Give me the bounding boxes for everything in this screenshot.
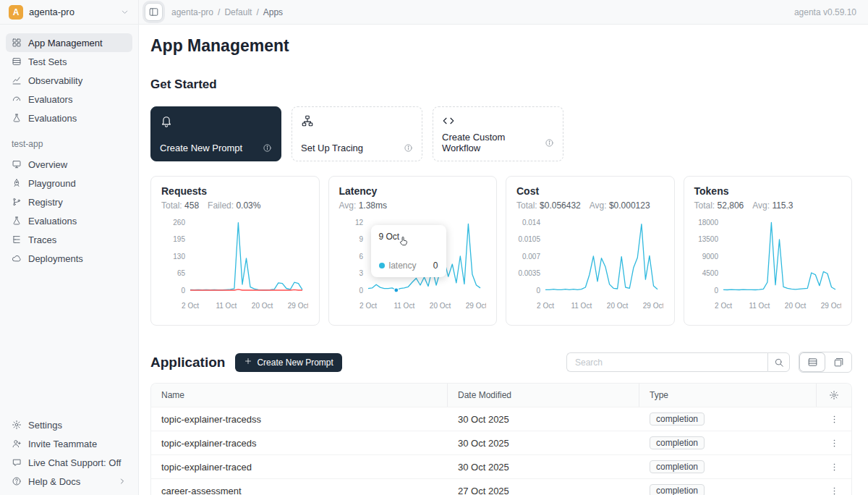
row-actions-button[interactable] (825, 433, 843, 452)
column-header-type[interactable]: Type (639, 384, 817, 407)
breadcrumb-item-agenta-pro[interactable]: agenta-pro (171, 7, 213, 17)
card-view-button[interactable] (825, 352, 851, 372)
svg-text:9: 9 (359, 235, 363, 243)
breadcrumb-item-apps[interactable]: Apps (263, 7, 283, 17)
table-header: NameDate ModifiedType (151, 384, 851, 407)
sidebar-item-settings[interactable]: Settings (6, 415, 132, 434)
column-header-name[interactable]: Name (151, 384, 448, 407)
sidebar-item-app-management[interactable]: App Management (6, 33, 132, 52)
requests-metric-card: Requests Total: 458Failed: 0.03% 0651301… (150, 176, 320, 326)
chart-svg: 04500900013500180002 Oct11 Oct20 Oct29 O… (694, 216, 841, 312)
table-view-button[interactable] (799, 352, 825, 372)
metric-stat: Avg: $0.000123 (590, 200, 650, 211)
type-badge: completion (650, 460, 705, 473)
info-icon-holder (404, 143, 413, 153)
sidebar-item-evaluations[interactable]: Evaluations (6, 109, 132, 127)
metric-stats: Total: 52,806Avg: 115.3 (694, 200, 842, 211)
metric-stat: Total: 458 (161, 200, 199, 211)
flask-icon (12, 113, 22, 123)
sidebar-collapse-button[interactable] (145, 3, 163, 21)
nodes-icon (301, 114, 314, 127)
sidebar-item-test-sets[interactable]: Test Sets (6, 52, 132, 71)
workspace-avatar: A (9, 5, 23, 20)
rows-icon (12, 56, 22, 67)
app-root: A agenta-pro agenta-pro/Default/Apps age… (0, 0, 868, 495)
sidebar: App ManagementTest SetsObservabilityEval… (0, 25, 139, 495)
sidebar-item-deployments[interactable]: Deployments (6, 249, 132, 268)
breadcrumb-item-default[interactable]: Default (224, 7, 252, 17)
cell-actions (817, 457, 851, 476)
create-new-prompt-button[interactable]: Create New Prompt (235, 353, 341, 372)
sidebar-item-observability[interactable]: Observability (6, 71, 132, 90)
svg-text:0: 0 (536, 287, 540, 295)
cell-type: completion (639, 412, 817, 426)
metric-stat: Total: 52,806 (694, 200, 744, 211)
breadcrumb-separator: / (218, 7, 220, 17)
sidebar-item-label: Evaluations (28, 113, 77, 124)
info-icon (263, 143, 272, 153)
sidebar-main-group: App ManagementTest SetsObservabilityEval… (0, 33, 138, 127)
sidebar-item-invite-teammate[interactable]: Invite Teammate (6, 434, 132, 453)
plus-icon (244, 357, 252, 365)
panel-icon (148, 7, 159, 17)
workspace-switcher[interactable]: A agenta-pro (0, 0, 139, 24)
sidebar-item-label: Test Sets (28, 56, 67, 67)
row-actions-button[interactable] (825, 457, 843, 476)
chart-svg: 0651301952602 Oct11 Oct20 Oct29 Oct (161, 216, 308, 312)
svg-text:260: 260 (173, 219, 185, 227)
card-icon-holder (301, 114, 413, 130)
svg-text:3: 3 (359, 269, 363, 277)
column-header-date-modified[interactable]: Date Modified (448, 384, 639, 407)
application-heading: Application (150, 355, 225, 371)
latency-chart[interactable]: 0369122 Oct11 Oct20 Oct29 Oct 9 Oct late… (339, 216, 487, 314)
sidebar-item-traces[interactable]: Traces (6, 230, 132, 249)
help-icon (12, 476, 22, 486)
chart-icon (12, 75, 22, 85)
cost-chart[interactable]: 00.00350.0070.01050.0142 Oct11 Oct20 Oct… (516, 216, 664, 314)
row-actions-button[interactable] (825, 410, 843, 428)
sidebar-item-live-chat-support-off[interactable]: Live Chat Support: Off (6, 453, 132, 472)
sidebar-item-evaluators[interactable]: Evaluators (6, 90, 132, 109)
info-icon-holder (545, 138, 554, 148)
sidebar-item-overview[interactable]: Overview (6, 155, 132, 174)
svg-text:2 Oct: 2 Oct (359, 302, 377, 310)
svg-text:11 Oct: 11 Oct (571, 302, 592, 310)
cell-name: topic-explainer-traced (151, 462, 448, 473)
sidebar-item-label: Traces (28, 234, 56, 245)
sidebar-item-evaluations[interactable]: Evaluations (6, 211, 132, 230)
cell-type: completion (639, 436, 817, 449)
latency-tooltip: 9 Oct latency 0 (371, 225, 446, 277)
get-started-card-create-new-prompt[interactable]: Create New Prompt (150, 106, 281, 161)
card-label: Create New Prompt (160, 143, 242, 153)
sidebar-item-playground[interactable]: Playground (6, 174, 132, 192)
table-row[interactable]: career-assessment 27 Oct 2025 completion (151, 478, 851, 495)
dots-vertical-icon (829, 414, 840, 425)
svg-text:20 Oct: 20 Oct (607, 302, 629, 310)
table-row[interactable]: topic-explainer-tracedss 30 Oct 2025 com… (151, 407, 851, 431)
sidebar-item-label: Invite Teammate (28, 439, 97, 449)
tokens-chart[interactable]: 04500900013500180002 Oct11 Oct20 Oct29 O… (694, 216, 842, 314)
sidebar-item-help-docs[interactable]: Help & Docs (6, 472, 132, 491)
requests-chart[interactable]: 0651301952602 Oct11 Oct20 Oct29 Oct (161, 216, 309, 314)
chevron-down-icon (120, 7, 129, 17)
svg-text:29 Oct: 29 Oct (465, 302, 485, 310)
get-started-card-set-up-tracing[interactable]: Set Up Tracing (292, 106, 422, 161)
sidebar-app-group: OverviewPlaygroundRegistryEvaluationsTra… (0, 155, 138, 268)
get-started-card-create-custom-workflow[interactable]: Create Custom Workflow (433, 106, 563, 161)
search-input[interactable] (566, 352, 767, 372)
sidebar-item-registry[interactable]: Registry (6, 192, 132, 211)
table-row[interactable]: topic-explainer-traced 30 Oct 2025 compl… (151, 454, 851, 478)
search-button[interactable] (767, 352, 790, 372)
table-row[interactable]: topic-explainer-traceds 30 Oct 2025 comp… (151, 431, 851, 454)
cell-date-modified: 30 Oct 2025 (448, 438, 639, 449)
metric-stat: Total: $0.056432 (516, 200, 581, 211)
card-icon-holder (442, 114, 554, 130)
get-started-heading: Get Started (150, 77, 852, 92)
code-icon (442, 114, 455, 127)
svg-text:0.0105: 0.0105 (518, 235, 540, 243)
row-actions-button[interactable] (825, 481, 843, 495)
chat-icon (12, 457, 22, 468)
svg-text:29 Oct: 29 Oct (643, 302, 663, 310)
column-settings-button[interactable] (825, 386, 843, 405)
svg-text:65: 65 (177, 269, 186, 277)
